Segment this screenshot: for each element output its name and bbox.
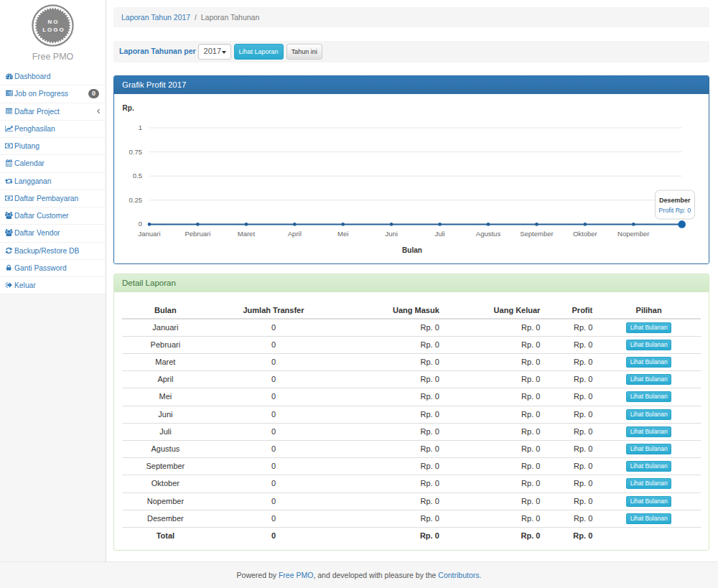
svg-text:Pebruari: Pebruari — [185, 230, 210, 238]
svg-text:Oktober: Oktober — [573, 230, 597, 238]
svg-text:1: 1 — [139, 123, 142, 131]
svg-text:NO: NO — [48, 19, 60, 25]
svg-text:Juni: Juni — [385, 230, 397, 238]
svg-text:0.75: 0.75 — [129, 147, 143, 155]
svg-text:Mei: Mei — [337, 230, 348, 238]
svg-text:Rp.: Rp. — [123, 104, 134, 112]
svg-text:LOGO: LOGO — [42, 27, 65, 33]
svg-text:Januari: Januari — [138, 230, 160, 238]
svg-text:April: April — [288, 230, 302, 238]
svg-text:Desember: Desember — [659, 196, 691, 203]
svg-text:Profit Rp: 0: Profit Rp: 0 — [658, 207, 691, 214]
svg-text:Juli: Juli — [434, 230, 444, 238]
svg-text:Agustus: Agustus — [476, 230, 501, 238]
svg-text:September: September — [520, 230, 553, 238]
svg-text:Nopember: Nopember — [617, 230, 649, 238]
svg-text:Maret: Maret — [238, 230, 256, 238]
svg-text:Bulan: Bulan — [402, 246, 422, 254]
svg-text:0.5: 0.5 — [133, 172, 142, 179]
svg-text:0: 0 — [139, 220, 142, 228]
svg-text:0.25: 0.25 — [129, 195, 143, 203]
